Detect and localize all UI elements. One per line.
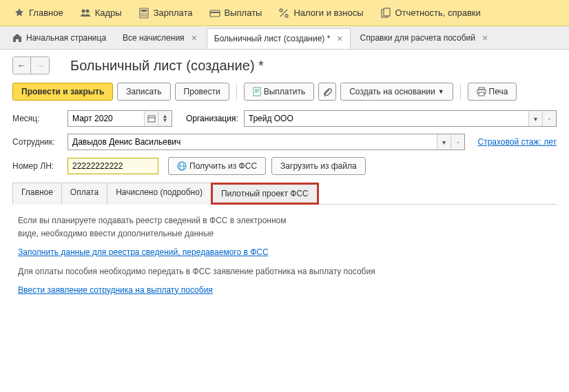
load-file-button[interactable]: Загрузить из файла (271, 157, 366, 175)
panel-text-1: Если вы планируете подавать реестр сведе… (18, 214, 307, 240)
document-stack-icon (380, 8, 391, 19)
nav-label: Зарплата (154, 8, 193, 18)
nav-taxes[interactable]: Налоги и взносы (270, 2, 371, 24)
form-row-ln: Номер ЛН: Получить из ФСС Загрузить из ф… (12, 157, 557, 175)
svg-rect-10 (210, 10, 220, 17)
spinner-icon: ▲▼ (163, 114, 168, 123)
star-icon (14, 8, 25, 19)
close-icon[interactable]: × (482, 32, 488, 43)
printer-icon (477, 87, 486, 96)
top-navigation: Главное Кадры Зарплата Выплаты Налоги и … (0, 0, 569, 26)
nav-reports[interactable]: Отчетность, справки (372, 2, 489, 24)
svg-rect-17 (254, 87, 260, 96)
employee-label: Сотрудник: (12, 137, 62, 147)
close-icon[interactable]: × (192, 32, 197, 43)
nav-forward-button[interactable]: → (31, 57, 49, 74)
open-icon: ▫ (548, 115, 551, 123)
nav-back-button[interactable]: ← (13, 57, 31, 74)
wallet-icon (209, 8, 220, 19)
divider (236, 84, 237, 99)
ln-input[interactable] (68, 158, 158, 174)
title-row: ← → Больничный лист (создание) * (12, 56, 557, 74)
nav-staff[interactable]: Кадры (72, 2, 130, 24)
calendar-icon (147, 114, 156, 123)
svg-rect-20 (479, 92, 484, 96)
tab-home[interactable]: Начальная страница (6, 29, 113, 47)
attach-button[interactable] (318, 83, 336, 101)
month-input-wrap: ▲▼ (68, 110, 172, 127)
org-input[interactable] (245, 111, 528, 126)
svg-point-0 (81, 9, 85, 12)
svg-rect-16 (384, 8, 390, 16)
open-button[interactable]: ▫ (542, 111, 556, 126)
inner-tabs: Главное Оплата Начислено (подробно) Пило… (12, 182, 557, 205)
tab-label: Начальная страница (26, 33, 106, 43)
svg-rect-3 (141, 10, 147, 12)
spinner-button[interactable]: ▲▼ (158, 111, 172, 126)
employee-input-wrap: ▾ ▫ (68, 134, 465, 150)
svg-line-14 (280, 10, 287, 17)
print-button[interactable]: Печа (468, 83, 517, 101)
nav-payments[interactable]: Выплаты (201, 2, 271, 24)
calculator-icon (138, 8, 149, 19)
svg-rect-21 (148, 116, 155, 122)
tab-label: Все начисления (123, 33, 185, 43)
open-button[interactable]: ▫ (451, 134, 464, 149)
dropdown-button[interactable]: ▾ (437, 134, 451, 149)
pay-button[interactable]: Выплатить (244, 83, 315, 101)
percent-icon (278, 8, 289, 19)
page-title: Больничный лист (создание) * (70, 58, 264, 74)
tab-label: Больничный лист (создание) * (214, 34, 331, 43)
svg-rect-11 (210, 12, 220, 13)
close-icon[interactable]: × (337, 33, 342, 44)
svg-point-6 (145, 13, 147, 14)
tab-sick-leave[interactable]: Больничный лист (создание) * × (207, 28, 351, 49)
fill-registry-link[interactable]: Заполнить данные для реестра сведений, п… (18, 247, 269, 257)
save-button[interactable]: Записать (117, 83, 170, 101)
tab-panel: Если вы планируете подавать реестр сведе… (12, 205, 557, 312)
form-row-employee: Сотрудник: ▾ ▫ Страховой стаж: лет (12, 134, 557, 150)
inner-tab-pilot-fss[interactable]: Пилотный проект ФСС (211, 183, 319, 205)
nav-label: Кадры (95, 8, 122, 18)
employee-input[interactable] (68, 134, 437, 149)
dropdown-button[interactable]: ▾ (528, 111, 542, 126)
org-label: Организация: (186, 114, 238, 123)
tab-certificates[interactable]: Справки для расчета пособий × (353, 28, 495, 48)
print-label: Печа (489, 87, 508, 96)
nav-label: Налоги и взносы (293, 8, 363, 18)
svg-point-4 (141, 13, 143, 14)
inner-tab-payment[interactable]: Оплата (61, 183, 107, 205)
nav-salary[interactable]: Зарплата (130, 2, 201, 24)
post-button[interactable]: Провести (175, 83, 229, 101)
people-icon (80, 8, 91, 19)
svg-point-7 (141, 15, 143, 17)
pay-label: Выплатить (264, 87, 306, 96)
svg-point-1 (85, 9, 89, 12)
create-based-button[interactable]: Создать на основании ▼ (340, 83, 453, 101)
create-based-label: Создать на основании (349, 87, 435, 96)
calendar-button[interactable] (144, 111, 158, 126)
chevron-down-icon: ▾ (442, 138, 446, 146)
inner-tab-main[interactable]: Главное (12, 183, 62, 205)
ln-input-wrap (68, 158, 158, 174)
nav-main[interactable]: Главное (6, 2, 72, 24)
svg-point-9 (145, 15, 147, 17)
divider (460, 84, 461, 99)
form-row-month: Месяц: ▲▼ Организация: ▾ ▫ (12, 110, 557, 127)
submit-close-button[interactable]: Провести и закрыть (12, 83, 113, 101)
panel-text-2: Для оплаты пособия необходимо передать в… (18, 265, 551, 278)
svg-point-12 (280, 9, 282, 12)
insurance-link[interactable]: Страховой стаж: лет (477, 137, 557, 147)
document-tabs: Начальная страница Все начисления × Боль… (0, 26, 569, 50)
month-input[interactable] (68, 111, 144, 126)
get-fss-button[interactable]: Получить из ФСС (168, 157, 266, 175)
enter-application-link[interactable]: Ввести заявление сотрудника на выплату п… (18, 285, 213, 295)
nav-arrows: ← → (12, 56, 50, 74)
month-label: Месяц: (12, 114, 62, 123)
nav-label: Выплаты (225, 8, 262, 18)
tab-accruals[interactable]: Все начисления × (116, 28, 204, 48)
chevron-down-icon: ▼ (438, 88, 444, 95)
svg-point-5 (143, 13, 145, 14)
content-area: ← → Больничный лист (создание) * Провест… (0, 50, 569, 319)
inner-tab-accrued[interactable]: Начислено (подробно) (107, 183, 211, 205)
